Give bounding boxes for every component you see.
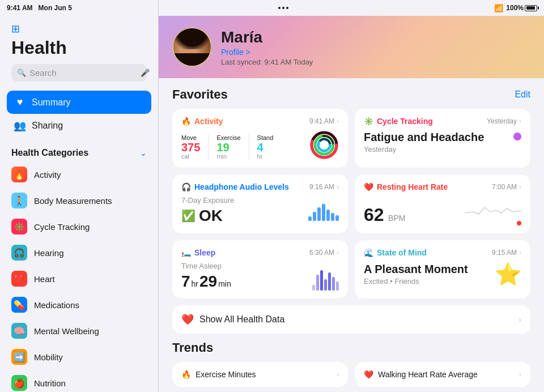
favorites-heading-row: Favorites Edit [172, 87, 530, 102]
search-bar[interactable]: 🔍 🎤 [11, 64, 147, 82]
sharing-icon: 👥 [14, 120, 26, 132]
move-unit: cal [181, 153, 200, 160]
sleep-minutes-unit: min [218, 279, 231, 288]
cycle-icon: ✳️ [11, 219, 27, 235]
bar-3 [317, 207, 321, 221]
sleep-minutes: 29 [199, 272, 217, 291]
activity-icon: 🔥 [11, 167, 27, 182]
trend-heart-icon: ❤️ [364, 370, 373, 379]
sleep-card-icon: 🛏️ [181, 248, 191, 257]
nav-item-summary[interactable]: ♥ Summary [7, 91, 151, 114]
battery-percentage: 100% [506, 4, 524, 12]
sleep-bars-visual [312, 270, 339, 291]
sidebar-item-cycle-tracking[interactable]: ✳️ Cycle Tracking [0, 214, 158, 240]
sleep-bar-7 [336, 282, 339, 291]
mind-card-time: 9:15 AM › [492, 249, 521, 257]
exercise-label: Exercise [216, 134, 240, 141]
mobility-icon: ➡️ [11, 349, 27, 365]
cycle-date: Yesterday [364, 145, 484, 154]
activity-metrics: Move 375 cal Exercise 19 min [181, 134, 273, 160]
category-heart-label: Heart [34, 274, 55, 284]
heart-rate-card-header: ❤️ Resting Heart Rate 7:00 AM › [364, 182, 521, 191]
cycle-dot [513, 133, 521, 140]
activity-chevron-icon: › [337, 117, 339, 125]
battery-indicator: 100% [506, 4, 537, 12]
sidebar-item-heart[interactable]: ❤️ Heart [0, 266, 158, 292]
trend-exercise-minutes[interactable]: 🔥 Exercise Minutes › [172, 362, 348, 387]
mic-icon[interactable]: 🎤 [141, 69, 150, 77]
mental-wellbeing-icon: 🧠 [11, 323, 27, 339]
show-all-text: Show All Health Data [199, 314, 513, 325]
heart-graph-group [465, 196, 521, 225]
headphone-status-group: 7-Day Exposure ✅ OK [181, 196, 234, 225]
sleep-content: Time Asleep 7 hr 29 min [181, 262, 339, 291]
sidebar-item-activity[interactable]: 🔥 Activity [0, 161, 158, 188]
heart-rate-card-time: 7:00 AM › [492, 183, 521, 191]
sidebar-nav: ♥ Summary 👥 Sharing [0, 86, 158, 142]
search-input[interactable] [29, 68, 137, 78]
heart-icon: ❤️ [11, 271, 27, 287]
bpm-value: 62 [364, 204, 384, 225]
cycle-chevron-icon: › [519, 117, 521, 125]
headphone-chevron-icon: › [337, 183, 339, 191]
sleep-card[interactable]: 🛏️ Sleep 6:30 AM › Time Asleep 7 hr [172, 240, 348, 299]
wifi-icon: 📶 [494, 4, 503, 12]
activity-card-time: 9:41 AM › [309, 117, 339, 125]
sidebar-item-medications[interactable]: 💊 Medications [0, 292, 158, 318]
sleep-card-header: 🛏️ Sleep 6:30 AM › [181, 248, 339, 257]
headphone-card-header: 🎧 Headphone Audio Levels 9:16 AM › [181, 182, 339, 191]
exposure-label: 7-Day Exposure [181, 196, 234, 204]
show-all-health-data-button[interactable]: ❤️ Show All Health Data › [172, 305, 530, 334]
favorites-grid: 🔥 Activity 9:41 AM › Move 375 [172, 109, 530, 299]
sidebar-panel-icon[interactable]: ⊞ [11, 23, 20, 35]
heart-rate-chevron-icon: › [519, 183, 521, 191]
sidebar: ⊞ Health 🔍 🎤 ♥ Summary 👥 Sharing Health … [0, 0, 159, 392]
sidebar-item-hearing[interactable]: 🎧 Hearing [0, 240, 158, 266]
headphone-card-title: 🎧 Headphone Audio Levels [181, 182, 289, 191]
sleep-label: Time Asleep [181, 262, 231, 270]
bpm-unit: BPM [388, 214, 405, 223]
cycle-tracking-card[interactable]: ✳️ Cycle Tracking Yesterday › Fatigue an… [355, 109, 530, 168]
sleep-bar-6 [332, 277, 335, 291]
sidebar-item-body-measurements[interactable]: 🚶 Body Measurements [0, 188, 158, 214]
stand-metric: Stand 4 hr [257, 134, 274, 160]
sleep-bar-2 [316, 275, 319, 291]
nav-item-sharing[interactable]: 👥 Sharing [7, 114, 151, 138]
exercise-unit: min [216, 153, 240, 160]
category-activity-label: Activity [34, 170, 61, 180]
headphone-card[interactable]: 🎧 Headphone Audio Levels 9:16 AM › 7-Day… [172, 174, 348, 233]
sidebar-item-mental-wellbeing[interactable]: 🧠 Mental Wellbeing [0, 318, 158, 344]
medications-icon: 💊 [11, 297, 27, 313]
profile-link[interactable]: Profile > [221, 48, 313, 57]
headphone-content: 7-Day Exposure ✅ OK [181, 196, 339, 225]
cycle-content: Fatigue and Headache Yesterday [364, 130, 521, 154]
activity-ring [309, 130, 339, 160]
cycle-text: Fatigue and Headache Yesterday [364, 130, 484, 154]
sidebar-item-nutrition[interactable]: 🍎 Nutrition [0, 370, 158, 392]
heart-rate-graph [465, 196, 521, 219]
edit-button[interactable]: Edit [515, 90, 530, 100]
sleep-card-time: 6:30 AM › [309, 249, 339, 257]
state-of-mind-card[interactable]: 🌊 State of Mind 9:15 AM › A Pleasant Mom… [355, 240, 530, 299]
headphone-card-icon: 🎧 [181, 182, 191, 191]
sidebar-item-mobility[interactable]: ➡️ Mobility [0, 344, 158, 370]
body-measurements-icon: 🚶 [11, 193, 27, 208]
nav-sharing-label: Sharing [32, 121, 63, 131]
hearing-icon: 🎧 [11, 245, 27, 261]
cycle-card-icon: ✳️ [364, 117, 373, 126]
trend-walking-heart-rate[interactable]: ❤️ Walking Heart Rate Average › [355, 362, 530, 387]
chevron-down-icon[interactable]: ⌄ [140, 148, 147, 157]
headphone-card-time: 9:16 AM › [309, 183, 339, 191]
status-bar: 9:41 AM Mon Jun 5 📶 100% [0, 0, 544, 16]
activity-card[interactable]: 🔥 Activity 9:41 AM › Move 375 [172, 109, 348, 168]
bar-5 [326, 210, 330, 221]
sleep-bar-3 [320, 270, 323, 291]
sleep-bar-4 [324, 279, 327, 291]
mind-content: A Pleasant Moment Excited • Friends ⭐ [364, 262, 521, 287]
dots-menu[interactable] [278, 7, 288, 9]
resting-heart-rate-card[interactable]: ❤️ Resting Heart Rate 7:00 AM › 62 BPM [355, 174, 530, 233]
trend-exercise-label: Exercise Minutes [196, 370, 332, 379]
heart-dot [517, 221, 521, 225]
search-icon: 🔍 [17, 69, 26, 77]
avatar [172, 27, 212, 67]
